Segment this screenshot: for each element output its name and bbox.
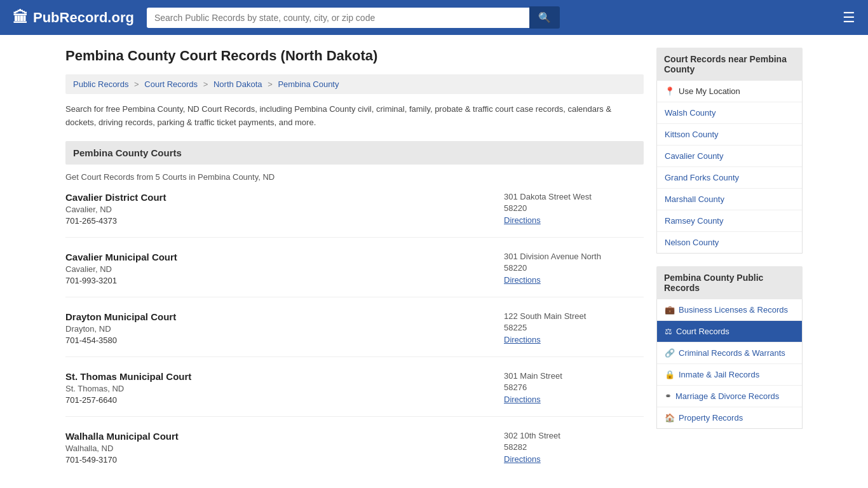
county-label: Marshall County xyxy=(665,194,724,204)
breadcrumb-pembina-county[interactable]: Pembina County xyxy=(278,79,339,89)
nearby-heading: Court Records near Pembina County xyxy=(656,48,803,81)
court-info: Drayton Municipal Court Drayton, ND 701-… xyxy=(65,311,504,345)
pub-records-heading: Pembina County Public Records xyxy=(656,266,803,299)
search-button[interactable]: 🔍 xyxy=(529,6,560,29)
sidebar-pub-record-3[interactable]: 🔒Inmate & Jail Records xyxy=(657,364,802,386)
sidebar-item-ramsey-county[interactable]: Ramsey County xyxy=(657,210,802,232)
county-label: Ramsey County xyxy=(665,216,723,226)
use-location-label: Use My Location xyxy=(679,86,740,96)
sidebar-pub-record-2[interactable]: 🔗Criminal Records & Warrants xyxy=(657,342,802,364)
section-header: Pembina County Courts xyxy=(65,141,644,165)
pub-record-link[interactable]: Marriage & Divorce Records xyxy=(675,391,779,401)
court-city: Cavalier, ND xyxy=(65,205,504,214)
court-street: 122 South Main Street xyxy=(504,311,644,321)
main-container: Pembina County Court Records (North Dako… xyxy=(53,35,815,488)
court-name: Walhalla Municipal Court xyxy=(65,431,504,442)
pub-records-list: 💼Business Licenses & Records⚖Court Recor… xyxy=(656,299,803,429)
court-city: Drayton, ND xyxy=(65,324,504,334)
search-input[interactable] xyxy=(147,8,529,28)
pub-record-link[interactable]: Property Records xyxy=(679,413,743,423)
nearby-counties-list: 📍Use My LocationWalsh CountyKittson Coun… xyxy=(656,81,803,254)
court-address: 301 Main Street 58276 Directions xyxy=(504,371,644,405)
sidebar-item-walsh-county[interactable]: Walsh County xyxy=(657,102,802,124)
rec-icon: 🔗 xyxy=(665,348,675,358)
court-zip: 58220 xyxy=(504,263,644,273)
directions-link[interactable]: Directions xyxy=(504,215,541,225)
court-name: Drayton Municipal Court xyxy=(65,311,504,322)
breadcrumb-court-records[interactable]: Court Records xyxy=(144,79,198,89)
directions-link[interactable]: Directions xyxy=(504,454,541,464)
court-entry: Cavalier District Court Cavalier, ND 701… xyxy=(65,192,644,238)
court-city: St. Thomas, ND xyxy=(65,384,504,393)
court-street: 301 Dakota Street West xyxy=(504,192,644,201)
sidebar-pub-record-1[interactable]: ⚖Court Records xyxy=(657,321,802,342)
court-phone: 701-549-3170 xyxy=(65,455,504,464)
logo[interactable]: 🏛 PubRecord.org xyxy=(13,9,134,27)
county-label: Walsh County xyxy=(665,108,715,118)
sidebar: Court Records near Pembina County 📍Use M… xyxy=(656,48,803,488)
county-label: Kittson County xyxy=(665,130,719,139)
pub-records-section: Pembina County Public Records 💼Business … xyxy=(656,266,803,429)
court-address: 301 Dakota Street West 58220 Directions xyxy=(504,192,644,226)
county-label: Nelson County xyxy=(665,238,719,247)
court-entry: Walhalla Municipal Court Walhalla, ND 70… xyxy=(65,431,644,476)
directions-link[interactable]: Directions xyxy=(504,395,541,404)
sidebar-pub-record-5[interactable]: 🏠Property Records xyxy=(657,407,802,428)
directions-link[interactable]: Directions xyxy=(504,335,541,344)
county-label: Cavalier County xyxy=(665,151,724,161)
sidebar-item-cavalier-county[interactable]: Cavalier County xyxy=(657,146,802,167)
sidebar-item-grand-forks-county[interactable]: Grand Forks County xyxy=(657,167,802,189)
pub-record-link[interactable]: Court Records xyxy=(676,327,729,336)
court-info: St. Thomas Municipal Court St. Thomas, N… xyxy=(65,371,504,405)
court-city: Cavalier, ND xyxy=(65,264,504,274)
directions-link[interactable]: Directions xyxy=(504,275,541,285)
court-phone: 701-265-4373 xyxy=(65,216,504,226)
court-city: Walhalla, ND xyxy=(65,444,504,453)
court-zip: 58225 xyxy=(504,323,644,332)
sidebar-item-marshall-county[interactable]: Marshall County xyxy=(657,189,802,210)
court-entry: Drayton Municipal Court Drayton, ND 701-… xyxy=(65,311,644,357)
rec-icon: ⚭ xyxy=(665,391,672,401)
court-info: Cavalier Municipal Court Cavalier, ND 70… xyxy=(65,252,504,285)
header: 🏛 PubRecord.org 🔍 ☰ xyxy=(0,0,868,35)
court-name: Cavalier Municipal Court xyxy=(65,252,504,262)
logo-icon: 🏛 xyxy=(13,9,28,27)
sidebar-pub-record-4[interactable]: ⚭Marriage & Divorce Records xyxy=(657,386,802,407)
court-entry: Cavalier Municipal Court Cavalier, ND 70… xyxy=(65,252,644,297)
court-info: Cavalier District Court Cavalier, ND 701… xyxy=(65,192,504,226)
sidebar-item-nelson-county[interactable]: Nelson County xyxy=(657,232,802,253)
court-street: 302 10th Street xyxy=(504,431,644,440)
court-zip: 58220 xyxy=(504,203,644,213)
search-bar: 🔍 xyxy=(147,6,560,29)
rec-icon: 💼 xyxy=(665,305,675,315)
menu-icon: ☰ xyxy=(843,10,855,25)
court-street: 301 Main Street xyxy=(504,371,644,381)
court-entry: St. Thomas Municipal Court St. Thomas, N… xyxy=(65,371,644,417)
sidebar-item-use-location[interactable]: 📍Use My Location xyxy=(657,81,802,102)
pub-record-link[interactable]: Criminal Records & Warrants xyxy=(679,348,785,358)
court-zip: 58282 xyxy=(504,442,644,452)
menu-button[interactable]: ☰ xyxy=(843,10,855,26)
search-icon: 🔍 xyxy=(538,12,551,23)
rec-icon: 🔒 xyxy=(665,370,675,379)
rec-icon: 🏠 xyxy=(665,413,675,423)
pub-record-link[interactable]: Inmate & Jail Records xyxy=(679,370,759,379)
sidebar-pub-record-0[interactable]: 💼Business Licenses & Records xyxy=(657,299,802,321)
breadcrumb-public-records[interactable]: Public Records xyxy=(73,79,128,89)
pub-record-link[interactable]: Business Licenses & Records xyxy=(679,305,788,315)
court-address: 122 South Main Street 58225 Directions xyxy=(504,311,644,345)
court-name: St. Thomas Municipal Court xyxy=(65,371,504,382)
section-note: Get Court Records from 5 Courts in Pembi… xyxy=(65,172,644,182)
breadcrumb-north-dakota[interactable]: North Dakota xyxy=(214,79,262,89)
county-label: Grand Forks County xyxy=(665,173,739,182)
court-phone: 701-454-3580 xyxy=(65,336,504,345)
content-area: Pembina County Court Records (North Dako… xyxy=(65,48,644,488)
rec-icon: ⚖ xyxy=(665,327,672,336)
court-phone: 701-993-3201 xyxy=(65,276,504,285)
breadcrumb: Public Records > Court Records > North D… xyxy=(65,74,644,94)
court-phone: 701-257-6640 xyxy=(65,395,504,405)
court-name: Cavalier District Court xyxy=(65,192,504,203)
court-address: 302 10th Street 58282 Directions xyxy=(504,431,644,464)
court-street: 301 Division Avenue North xyxy=(504,252,644,261)
sidebar-item-kittson-county[interactable]: Kittson County xyxy=(657,124,802,146)
